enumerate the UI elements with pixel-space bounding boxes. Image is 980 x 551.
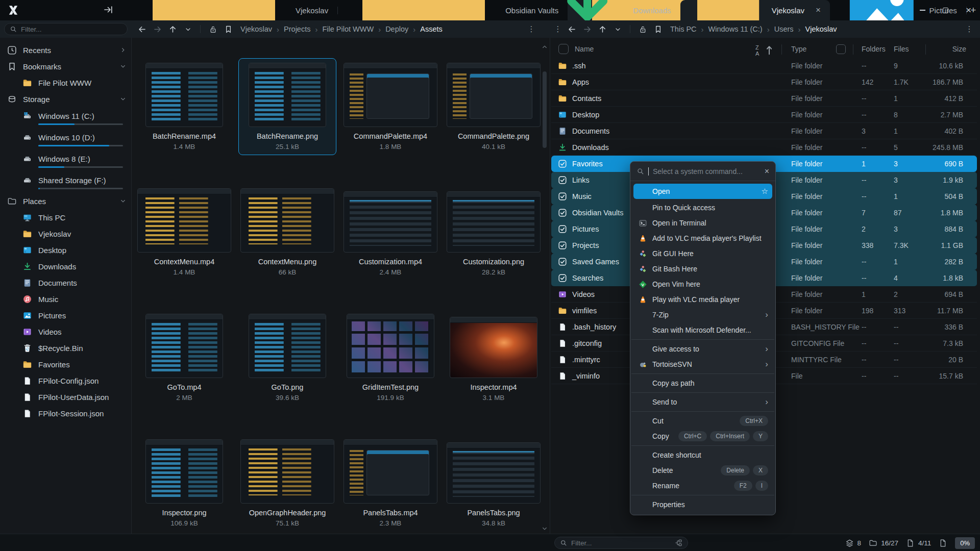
menu-item-copy[interactable]: CopyCtrl+CCtrl+InsertY <box>633 429 772 444</box>
sidebar-item-documents[interactable]: Documents <box>0 274 131 291</box>
sidebar-item-bookmarks[interactable]: Bookmarks <box>0 58 131 74</box>
type-filter-checkbox[interactable] <box>836 44 846 54</box>
menu-item-git-gui-here[interactable]: Git GUI Here <box>633 246 772 261</box>
sidebar-item-storage[interactable]: Storage <box>0 91 131 107</box>
sidebar-item-this-pc[interactable]: This PC <box>0 209 131 226</box>
column-header-files[interactable]: Files <box>894 45 909 53</box>
grid-item-goto-png[interactable]: GoTo.png39.6 kB <box>238 309 336 406</box>
select-all-checkbox[interactable] <box>558 44 569 54</box>
sidebar-item-recents[interactable]: Recents <box>0 42 131 58</box>
sidebar-collapse-icon[interactable] <box>103 5 116 16</box>
up-button[interactable] <box>595 22 609 36</box>
grid-item-batchrename-mp4[interactable]: BatchRename.mp41.4 MB <box>135 58 233 155</box>
sidebar-item-places[interactable]: Places <box>0 193 131 209</box>
chevron-down-icon[interactable] <box>120 197 126 206</box>
breadcrumb-segment-deploy[interactable]: Deploy <box>385 25 408 33</box>
close-menu-icon[interactable]: × <box>765 167 769 176</box>
menu-item-open-in-terminal[interactable]: Open in Terminal <box>633 215 772 231</box>
sidebar-item-downloads[interactable]: Downloads <box>0 258 131 274</box>
pane-menu-icon[interactable]: ⋮ <box>964 24 975 34</box>
grid-item-contextmenu-mp4[interactable]: ContextMenu.mp41.4 MB <box>135 184 233 281</box>
tab-obsidian-vaults[interactable]: Obsidian Vaults <box>338 0 568 20</box>
forward-button[interactable] <box>150 22 164 36</box>
chevron-down-icon[interactable] <box>120 95 126 104</box>
sidebar-item-music[interactable]: Music <box>0 291 131 307</box>
star-icon[interactable]: ☆ <box>762 187 768 196</box>
grid-item-customization-mp4[interactable]: Customization.mp42.4 MB <box>341 184 439 281</box>
sidebar-item-windows-8-e[interactable]: Windows 8 (E:) <box>0 150 131 171</box>
sort-order-icon[interactable]: ZA <box>753 43 776 56</box>
menu-item-git-bash-here[interactable]: Git Bash Here <box>633 261 772 277</box>
table-row-desktop[interactable]: DesktopFile folder--82.7 MB <box>551 107 977 123</box>
menu-item-cut[interactable]: CutCtrl+X <box>633 413 772 429</box>
breadcrumb-segment-file-pilot-www[interactable]: File Pilot WWW <box>322 25 374 33</box>
sidebar-item-desktop[interactable]: Desktop <box>0 242 131 258</box>
grid-item-commandpalette-png[interactable]: CommandPalette.png40.1 kB <box>445 58 543 155</box>
table-row-downloads[interactable]: DownloadsFile folder--5245.8 MB <box>551 139 977 156</box>
sidebar-item-videos[interactable]: Videos <box>0 323 131 340</box>
sidebar-item-windows-11-c[interactable]: Windows 11 (C:) <box>0 107 131 129</box>
sidebar-filter-input[interactable]: Filter... <box>4 23 128 35</box>
tab-downloads[interactable]: Downloads <box>537 0 680 20</box>
grid-item-commandpalette-mp4[interactable]: CommandPalette.mp41.8 MB <box>341 58 439 155</box>
menu-item-open[interactable]: Open☆ <box>633 184 772 199</box>
table-row-ssh[interactable]: .sshFile folder--910.6 kB <box>551 58 977 74</box>
grid-item-panelstabs-mp4[interactable]: PanelsTabs.mp42.3 MB <box>341 435 439 532</box>
menu-item-open-vim-here[interactable]: VOpen Vim here <box>633 277 772 292</box>
tab-vjekoslav[interactable]: Vjekoslav× <box>680 0 830 20</box>
lock-icon[interactable] <box>635 22 650 36</box>
grid-item-griditemtest-png[interactable]: GridItemTest.png191.9 kB <box>341 309 439 406</box>
history-dropdown-icon[interactable] <box>610 22 625 36</box>
sidebar-item-windows-10-d[interactable]: Windows 10 (D:) <box>0 129 131 150</box>
grid-item-opengraphheader-png[interactable]: OpenGraphHeader.png75.1 kB <box>238 435 336 532</box>
column-header-folders[interactable]: Folders <box>862 45 886 53</box>
minimize-button[interactable] <box>911 0 934 20</box>
grid-item-batchrename-png[interactable]: BatchRename.png25.1 kB <box>238 58 336 155</box>
breadcrumb-segment-assets[interactable]: Assets <box>420 25 443 33</box>
back-button[interactable] <box>565 22 579 36</box>
breadcrumb-segment-vjekoslav[interactable]: Vjekoslav <box>805 25 837 33</box>
menu-item-7-zip[interactable]: 7-Zip› <box>633 307 772 322</box>
close-tab-icon[interactable]: × <box>810 5 821 15</box>
menu-item-create-shortcut[interactable]: Create shortcut <box>633 447 772 463</box>
sidebar-item-pictures[interactable]: Pictures <box>0 307 131 323</box>
history-dropdown-icon[interactable] <box>181 22 195 36</box>
sidebar-item-fpilot-config-json[interactable]: FPilot-Config.json <box>0 372 131 389</box>
grid-item-customization-png[interactable]: Customization.png28.2 kB <box>445 184 543 281</box>
chevron-right-icon[interactable] <box>120 46 126 55</box>
forward-button[interactable] <box>580 22 594 36</box>
breadcrumb-segment-windows-11-c[interactable]: Windows 11 (C:) <box>708 25 763 33</box>
maximize-button[interactable] <box>934 0 957 20</box>
menu-item-add-to-vlc-media-player-s-playlist[interactable]: Add to VLC media player's Playlist <box>633 231 772 246</box>
grid-item-inspector-mp4[interactable]: Inspector.mp43.1 MB <box>445 309 543 406</box>
sidebar-item-favorites[interactable]: Favorites <box>0 356 131 372</box>
menu-item-send-to[interactable]: Send to› <box>633 394 772 410</box>
sidebar-item-fpilot-userdata-json[interactable]: FPilot-UserData.json <box>0 389 131 405</box>
filter-options-icon[interactable] <box>674 539 682 547</box>
grid-item-panelstabs-png[interactable]: PanelsTabs.png34.8 kB <box>445 435 543 532</box>
breadcrumb-segment-vjekoslav[interactable]: Vjekoslav <box>240 25 272 33</box>
menu-item-give-access-to[interactable]: Give access to› <box>633 341 772 357</box>
grid-item-inspector-png[interactable]: Inspector.png106.9 kB <box>135 435 233 532</box>
scrollbar-thumb[interactable] <box>543 71 547 148</box>
chevron-down-icon[interactable] <box>120 62 126 71</box>
menu-item-copy-as-path[interactable]: Copy as path <box>633 375 772 391</box>
menu-item-tortoisesvn[interactable]: TortoiseSVN› <box>633 357 772 372</box>
table-row-contacts[interactable]: ContactsFile folder--1412 B <box>551 90 977 107</box>
up-button[interactable] <box>165 22 180 36</box>
menu-item-play-with-vlc-media-player[interactable]: Play with VLC media player <box>633 292 772 307</box>
tab-vjekoslav[interactable]: Vjekoslav <box>128 0 337 20</box>
pane-menu-icon[interactable]: ⋮ <box>552 24 564 34</box>
scroll-up-icon[interactable] <box>542 43 548 49</box>
grid-item-contextmenu-png[interactable]: ContextMenu.png66 kB <box>238 184 336 281</box>
menu-item-delete[interactable]: DeleteDeleteX <box>633 463 772 478</box>
table-row-apps[interactable]: AppsFile folder1421.7K186.7 MB <box>551 74 977 90</box>
breadcrumb-segment-projects[interactable]: Projects <box>284 25 310 33</box>
middle-scrollbar[interactable] <box>540 38 549 534</box>
menu-item-scan-with-microsoft-defender[interactable]: Scan with Microsoft Defender... <box>633 322 772 338</box>
menu-item-pin-to-quick-access[interactable]: Pin to Quick access <box>633 200 772 215</box>
close-window-button[interactable]: × <box>957 0 980 20</box>
back-button[interactable] <box>135 22 149 36</box>
bookmark-icon[interactable] <box>651 22 665 36</box>
sidebar-item-vjekoslav[interactable]: Vjekoslav <box>0 226 131 242</box>
